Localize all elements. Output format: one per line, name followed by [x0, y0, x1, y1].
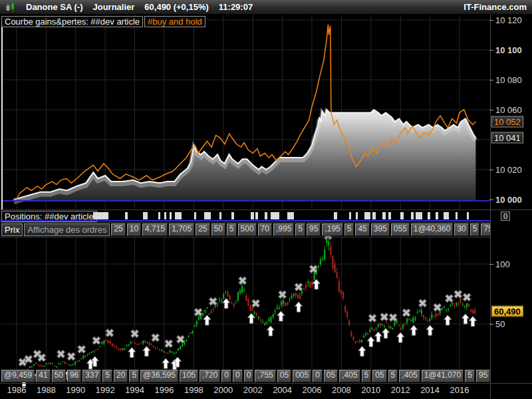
exit-x-marker [163, 338, 175, 350]
buy-arrow-marker [410, 325, 418, 335]
executed-order-label: 5 [465, 370, 475, 382]
tab-prix[interactable]: Prix [1, 223, 23, 236]
position-stripe [255, 212, 258, 219]
x-axis-year-label: 1986 [7, 385, 27, 395]
candlestick-chart-icon [5, 2, 16, 12]
axis-tick [489, 200, 493, 200]
order-label: 30 [454, 223, 468, 236]
order-label: 45 [355, 223, 369, 236]
position-stripe [287, 212, 294, 219]
x-axis-year-label: 2010 [361, 385, 380, 395]
position-stripe [143, 212, 148, 219]
equity-value-tag: 10 041 [491, 132, 523, 144]
x-axis-year-label: 1990 [66, 385, 85, 395]
order-label: 75 [481, 223, 490, 236]
executed-order-label: 05 [372, 370, 386, 382]
buy-arrow-marker [358, 346, 366, 356]
buy-arrow-marker [374, 332, 382, 342]
position-stripe [444, 212, 449, 219]
order-label: 25 [111, 223, 125, 236]
position-stripe [349, 212, 351, 219]
position-stripe [204, 212, 211, 219]
axis-tick [489, 50, 493, 51]
position-stripe [265, 212, 267, 219]
executed-order-label: 5 [362, 370, 372, 382]
executed-order-label: 0 [221, 370, 231, 382]
x-axis-year-label: 1996 [155, 385, 174, 395]
trading-app-window: Danone SA (-) Journalier 60,490 (+0,15%)… [0, 0, 532, 399]
order-label: 10 [127, 223, 141, 236]
buy-arrow-marker [295, 302, 303, 312]
order-label: 055 [391, 223, 410, 236]
equity-indicator-label[interactable]: Courbe gains&pertes: ##dev article [1, 16, 143, 27]
axis-tick [489, 170, 493, 170]
exit-x-marker [400, 307, 412, 319]
exit-x-marker [150, 332, 162, 344]
exit-x-marker [65, 350, 77, 362]
executed-order-label: 0 [313, 370, 323, 382]
x-axis-year-label: 2006 [303, 385, 322, 395]
x-axis-year-label: 1998 [184, 385, 203, 395]
equity-axis-label: 10 120 [495, 15, 522, 25]
executed-order-label: ,755 [255, 370, 275, 382]
exit-x-marker [55, 348, 67, 360]
position-stripe [231, 212, 234, 219]
x-axis-year-label: 2002 [243, 385, 263, 395]
buy-and-hold-label[interactable]: #buy and hold [144, 16, 205, 27]
last-quote: 60,490 (+0,15%) [144, 2, 208, 12]
position-stripe [334, 212, 337, 219]
position-stripe [158, 212, 160, 219]
x-axis-year-label: 2016 [450, 385, 469, 395]
position-stripe [251, 212, 254, 219]
order-label: ,195 [322, 223, 342, 236]
executed-order-label: 95 [476, 370, 490, 382]
order-label: 95 [307, 223, 321, 236]
position-stripe [411, 212, 414, 219]
panel-separator-3 [0, 237, 490, 237]
position-stripe [382, 212, 386, 219]
title-bar: Danone SA (-) Journalier 60,490 (+0,15%)… [0, 0, 532, 15]
executed-order-label: 05 [324, 370, 338, 382]
buy-arrow-marker [382, 329, 390, 338]
position-stripe [356, 212, 358, 219]
position-stripe [164, 212, 166, 219]
position-stripe [428, 212, 430, 219]
exit-x-marker [366, 313, 378, 325]
position-stripe [170, 212, 172, 219]
exit-x-marker [293, 281, 305, 293]
buy-arrow-marker [128, 348, 136, 358]
x-axis-year-label: 1994 [125, 385, 144, 395]
buy-arrow-marker [313, 279, 320, 289]
executed-order-label: 1@41,070 [422, 370, 464, 382]
order-label: 5 [295, 223, 305, 236]
axis-tick [489, 20, 493, 21]
executed-order-label: @9,459 [1, 370, 35, 382]
order-label: 50 [211, 223, 225, 236]
price-chart-canvas[interactable] [0, 0, 532, 399]
buy-arrow-marker [367, 336, 374, 346]
executed-order-label: 50 [52, 370, 66, 382]
buy-arrow-marker [469, 317, 477, 327]
instrument-name: Danone SA (-) [26, 2, 82, 12]
axis-tick [489, 264, 493, 265]
buy-arrow-marker [248, 313, 255, 323]
position-stripe [271, 212, 279, 219]
order-label: 395 [371, 223, 390, 236]
exit-x-marker [237, 275, 249, 287]
orders-display-button[interactable]: Affichage des ordres [24, 223, 110, 236]
order-label: ,995 [273, 223, 294, 236]
executed-order-label: 337 [82, 370, 101, 382]
executed-order-label: 05 [277, 370, 291, 382]
exit-x-marker [104, 327, 116, 339]
price-axis-label: 50 [495, 319, 505, 329]
buy-arrow-marker [267, 326, 274, 336]
last-price-tag: 60,490 [491, 306, 523, 317]
x-axis-year-label: 1992 [96, 385, 115, 395]
executed-order-label: ,720 [200, 370, 220, 382]
position-stripe [364, 212, 370, 219]
buy-arrow-marker [426, 325, 434, 335]
exit-x-marker [90, 334, 102, 346]
order-label: 25 [196, 223, 209, 236]
position-stripe [416, 212, 422, 219]
executed-order-label: 41 [36, 370, 50, 382]
